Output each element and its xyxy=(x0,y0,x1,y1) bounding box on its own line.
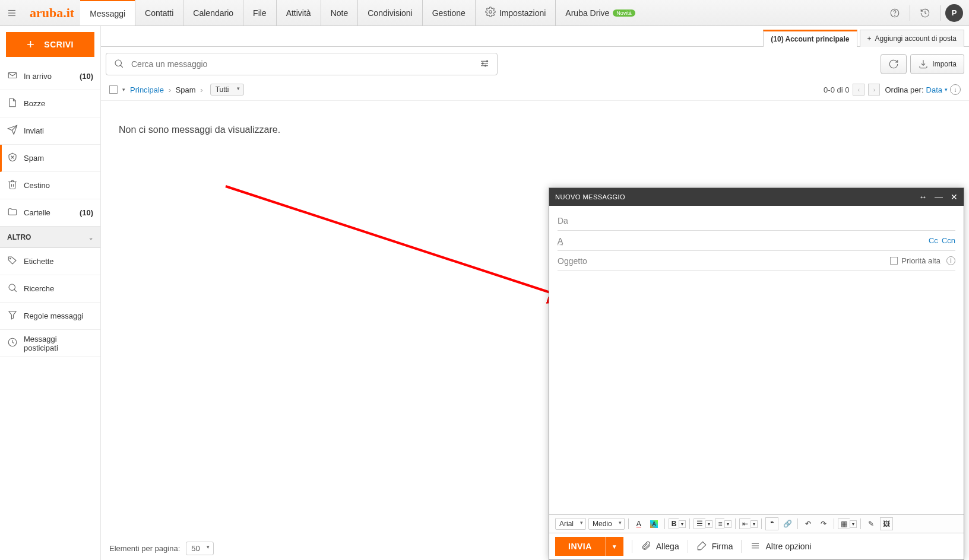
undo-icon[interactable]: ↶ xyxy=(802,517,815,530)
draft-icon xyxy=(7,97,18,110)
sidebar-ricerche[interactable]: Ricerche xyxy=(0,275,100,303)
clear-format-icon[interactable]: ✎ xyxy=(864,517,878,530)
folder-spam[interactable]: Spam xyxy=(0,145,100,172)
tab-file[interactable]: File xyxy=(243,0,277,26)
tab-calendario[interactable]: Calendario xyxy=(183,0,243,26)
filter-dropdown[interactable]: Tutti xyxy=(210,84,244,96)
other-list: Etichette Ricerche Regole messaggi Messa… xyxy=(0,248,100,357)
subject-row[interactable]: Oggetto Priorità alta i xyxy=(558,251,955,271)
send-button[interactable]: INVIA xyxy=(555,537,605,556)
import-button[interactable]: Importa xyxy=(910,54,964,74)
item-label: Regole messaggi xyxy=(24,311,83,320)
link-icon[interactable]: 🔗 xyxy=(781,517,794,530)
help-icon[interactable] xyxy=(885,3,905,23)
text-color-icon[interactable]: A xyxy=(632,517,645,530)
avatar[interactable]: P xyxy=(945,4,963,22)
tab-aruba-drive[interactable]: Aruba Drive Novità xyxy=(556,0,644,26)
search-options-icon[interactable] xyxy=(479,58,490,71)
bold-split[interactable]: B▾ xyxy=(669,518,686,529)
ccn-link[interactable]: Ccn xyxy=(942,236,955,245)
tab-label: Note xyxy=(331,8,349,18)
quote-icon[interactable]: ❝ xyxy=(765,517,778,530)
info-icon[interactable]: i xyxy=(946,256,955,265)
image-icon[interactable]: 🖼 xyxy=(880,517,893,530)
svg-point-5 xyxy=(895,15,895,15)
highlight-icon[interactable]: A xyxy=(648,517,661,530)
to-label: A xyxy=(558,236,599,246)
signature-icon xyxy=(696,540,707,553)
checkbox-dropdown[interactable]: ▾ xyxy=(122,87,125,93)
close-icon[interactable]: ✕ xyxy=(951,192,958,202)
size-dropdown[interactable]: Medio xyxy=(588,518,625,530)
to-row[interactable]: A Cc Ccn xyxy=(558,231,955,251)
select-all-checkbox[interactable] xyxy=(109,85,118,94)
topbar-right: P xyxy=(885,3,969,23)
tab-messaggi[interactable]: Messaggi xyxy=(80,0,135,26)
hamburger-menu[interactable] xyxy=(0,8,24,18)
more-options-button[interactable]: Altre opzioni xyxy=(750,540,811,553)
sidebar-regole[interactable]: Regole messaggi xyxy=(0,303,100,330)
folder-label: Inviati xyxy=(24,126,44,135)
bullet-list-split[interactable]: ☰▾ xyxy=(694,518,712,529)
pager: 0-0 di 0 ‹ › xyxy=(824,84,880,96)
priority-checkbox[interactable] xyxy=(890,257,898,265)
search-input[interactable] xyxy=(131,59,472,69)
folder-sent[interactable]: Inviati xyxy=(0,117,100,145)
priority-control[interactable]: Priorità alta i xyxy=(890,256,955,265)
svg-point-14 xyxy=(9,284,15,291)
cc-links: Cc Ccn xyxy=(929,236,955,245)
sort-control: Ordina per: Data ▾ ↓ xyxy=(885,84,961,95)
tab-condivisioni[interactable]: Condivisioni xyxy=(358,0,422,26)
account-tab-main[interactable]: (10) Account principale xyxy=(763,30,857,47)
svg-point-23 xyxy=(486,61,487,62)
minimize-icon[interactable]: — xyxy=(935,192,943,202)
divider xyxy=(910,5,910,21)
tab-impostazioni[interactable]: Impostazioni xyxy=(476,0,556,26)
search-box[interactable] xyxy=(106,53,498,75)
tab-gestione[interactable]: Gestione xyxy=(423,0,476,26)
folder-label: Spam xyxy=(24,154,44,163)
sort-field-arrow[interactable]: ▾ xyxy=(945,87,948,93)
page-next[interactable]: › xyxy=(868,84,880,96)
compose-label: SCRIVI xyxy=(44,40,74,49)
sort-direction[interactable]: ↓ xyxy=(950,84,961,95)
history-icon[interactable] xyxy=(915,3,935,23)
align-split[interactable]: ≡▾ xyxy=(715,518,732,529)
folder-folders[interactable]: Cartelle (10) xyxy=(0,199,100,227)
add-account-button[interactable]: + Aggiungi account di posta xyxy=(860,30,964,47)
table-split[interactable]: ▦▾ xyxy=(838,518,857,529)
indent-split[interactable]: ⇤▾ xyxy=(739,518,758,529)
compose-header-controls: ↔ — ✕ xyxy=(919,192,958,202)
page-prev[interactable]: ‹ xyxy=(853,84,864,96)
folder-inbox[interactable]: In arrivo (10) xyxy=(0,63,100,90)
add-account-label: Aggiungi account di posta xyxy=(875,34,957,43)
sort-field[interactable]: Data xyxy=(926,85,942,94)
sidebar-section-altro[interactable]: ALTRO ⌄ xyxy=(0,227,100,248)
tab-note[interactable]: Note xyxy=(321,0,359,26)
compose-editor[interactable] xyxy=(558,271,955,514)
folder-drafts[interactable]: Bozze xyxy=(0,90,100,117)
svg-line-19 xyxy=(121,65,123,68)
folder-label: Cestino xyxy=(24,181,50,190)
breadcrumb-root[interactable]: Principale xyxy=(130,85,164,94)
folder-icon xyxy=(7,206,18,219)
filter-icon xyxy=(7,310,18,322)
expand-icon[interactable]: ↔ xyxy=(919,192,928,202)
redo-icon[interactable]: ↷ xyxy=(817,517,830,530)
sidebar-posticipati[interactable]: Messaggi posticipati xyxy=(0,330,100,357)
send-dropdown[interactable]: ▼ xyxy=(605,537,623,556)
signature-button[interactable]: Firma xyxy=(696,540,733,553)
tab-contatti[interactable]: Contatti xyxy=(135,0,183,26)
folder-label: Bozze xyxy=(24,99,45,108)
font-dropdown[interactable]: Arial xyxy=(555,518,586,530)
tab-label: Impostazioni xyxy=(499,8,546,18)
tab-attivita[interactable]: Attività xyxy=(277,0,321,26)
compose-button[interactable]: + SCRIVI xyxy=(6,32,94,57)
sidebar-etichette[interactable]: Etichette xyxy=(0,248,100,275)
compose-header[interactable]: NUOVO MESSAGGIO ↔ — ✕ xyxy=(549,188,964,206)
folder-trash[interactable]: Cestino xyxy=(0,172,100,199)
refresh-button[interactable] xyxy=(881,54,907,74)
cc-link[interactable]: Cc xyxy=(929,236,938,245)
attach-button[interactable]: Allega xyxy=(641,540,679,553)
items-per-page-dropdown[interactable]: 50 xyxy=(186,542,213,555)
